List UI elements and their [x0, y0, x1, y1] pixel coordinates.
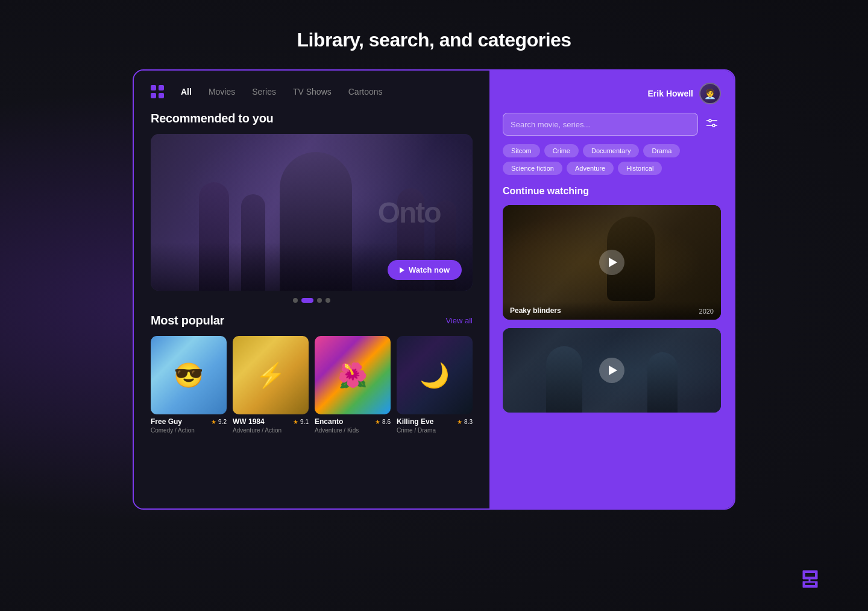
- genre-tag-drama[interactable]: Drama: [643, 144, 680, 157]
- watch-now-button[interactable]: Watch now: [388, 260, 462, 280]
- play-icon: [400, 267, 404, 273]
- video-card-2[interactable]: [503, 328, 721, 413]
- star-icon: ★: [457, 419, 462, 425]
- movie-genre: Adventure / Kids: [315, 427, 391, 434]
- main-container: All Movies Series TV Shows Cartoons Reco…: [133, 69, 735, 510]
- continue-watching-title: Continue watching: [503, 186, 721, 197]
- movie-info-ww1984: WW 1984 ★ 9.1 Adventure / Action: [233, 417, 309, 434]
- nav-cartoons[interactable]: Cartoons: [348, 87, 383, 97]
- left-panel: All Movies Series TV Shows Cartoons Reco…: [134, 71, 489, 508]
- movie-thumb-freeguy: 😎: [151, 336, 227, 414]
- carousel-dots: [151, 298, 473, 303]
- movie-rating: ★ 9.1: [293, 419, 309, 425]
- hero-banner: Onto Watch now: [151, 134, 473, 291]
- view-all-link[interactable]: View all: [445, 316, 473, 325]
- recommended-title: Recommended to you: [151, 112, 473, 125]
- movie-info-freeguy: Free Guy ★ 9.2 Comedy / Action: [151, 417, 227, 434]
- movie-info-encanto: Encanto ★ 8.6 Adventure / Kids: [315, 417, 391, 434]
- nav-series[interactable]: Series: [252, 87, 276, 97]
- list-item[interactable]: ⚡ WW 1984 ★ 9.1 Adventure / Action: [233, 336, 309, 434]
- movie-info-killingeve: Killing Eve ★ 8.3 Crime / Drama: [397, 417, 473, 434]
- video-card-peaky[interactable]: Peaky blinders 2020: [503, 205, 721, 320]
- dot-2[interactable]: [301, 298, 313, 303]
- avatar: 🧑‍💼: [699, 83, 721, 104]
- list-item[interactable]: 🌙 Killing Eve ★ 8.3 Crime / Drama: [397, 336, 473, 434]
- movie-thumb-killingeve: 🌙: [397, 336, 473, 414]
- search-input[interactable]: [511, 120, 690, 129]
- dot-1[interactable]: [293, 298, 298, 303]
- dot-4[interactable]: [326, 298, 330, 303]
- search-input-wrap[interactable]: [503, 113, 698, 136]
- svg-point-1: [712, 124, 715, 127]
- logo-icon: [151, 85, 164, 98]
- genre-tag-documentary[interactable]: Documentary: [583, 144, 639, 157]
- star-icon: ★: [211, 419, 216, 425]
- filter-icon[interactable]: [703, 114, 721, 135]
- movie-name: Free Guy: [151, 417, 182, 426]
- movie-rating: ★ 9.2: [211, 419, 227, 425]
- svg-point-0: [709, 119, 711, 122]
- play-button-peaky[interactable]: [599, 250, 624, 275]
- genre-tag-crime[interactable]: Crime: [544, 144, 579, 157]
- movie-name: WW 1984: [233, 417, 265, 426]
- movie-name: Encanto: [315, 417, 343, 426]
- bottom-logo: [800, 568, 820, 594]
- movie-rating: ★ 8.6: [375, 419, 391, 425]
- page-title: Library, search, and categories: [297, 29, 571, 51]
- dot-3[interactable]: [317, 298, 322, 303]
- user-name: Erik Howell: [648, 89, 693, 98]
- nav-tvshows[interactable]: TV Shows: [293, 87, 332, 97]
- search-row: [503, 113, 721, 136]
- user-header: Erik Howell 🧑‍💼: [503, 83, 721, 104]
- movie-name: Killing Eve: [397, 417, 433, 426]
- nav-movies[interactable]: Movies: [209, 87, 235, 97]
- star-icon: ★: [375, 419, 380, 425]
- genre-tag-historical[interactable]: Historical: [618, 162, 662, 175]
- movies-grid: 😎 Free Guy ★ 9.2 Comedy / Action: [151, 336, 473, 434]
- movie-genre: Crime / Drama: [397, 427, 473, 434]
- genre-tags: Sitcom Crime Documentary Drama Science f…: [503, 144, 721, 175]
- video-title-peaky: Peaky blinders: [510, 306, 561, 315]
- nav-bar: All Movies Series TV Shows Cartoons: [151, 85, 473, 98]
- most-popular-title: Most popular: [151, 314, 224, 328]
- play-button-2[interactable]: [599, 358, 624, 383]
- video-info-peaky: Peaky blinders 2020: [503, 302, 721, 320]
- genre-tag-sitcom[interactable]: Sitcom: [503, 144, 540, 157]
- list-item[interactable]: 😎 Free Guy ★ 9.2 Comedy / Action: [151, 336, 227, 434]
- right-panel: Erik Howell 🧑‍💼 Sitcom Crim: [489, 71, 734, 508]
- movie-genre: Adventure / Action: [233, 427, 309, 434]
- movie-thumb-encanto: 🌺: [315, 336, 391, 414]
- movie-rating: ★ 8.3: [457, 419, 473, 425]
- video-year-peaky: 2020: [699, 308, 714, 315]
- movie-thumb-ww1984: ⚡: [233, 336, 309, 414]
- genre-tag-scifi[interactable]: Science fiction: [503, 162, 562, 175]
- movie-genre: Comedy / Action: [151, 427, 227, 434]
- most-popular-header: Most popular View all: [151, 314, 473, 328]
- star-icon: ★: [293, 419, 298, 425]
- nav-all[interactable]: All: [181, 87, 192, 97]
- genre-tag-adventure[interactable]: Adventure: [567, 162, 614, 175]
- list-item[interactable]: 🌺 Encanto ★ 8.6 Adventure / Kids: [315, 336, 391, 434]
